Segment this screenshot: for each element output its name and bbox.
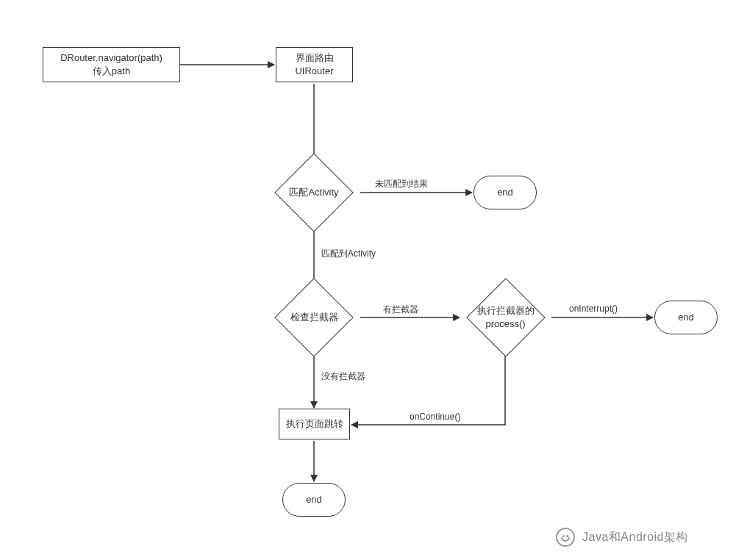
edge-matched: 匹配到Activity — [320, 248, 377, 260]
connectors-layer — [0, 0, 747, 560]
edge-has-interceptor: 有拦截器 — [382, 304, 420, 316]
node-exec-page-jump-label: 执行页面跳转 — [286, 417, 343, 431]
edge-no-match: 未匹配到结果 — [374, 178, 429, 190]
node-exec-interceptor-line1: 执行拦截器的 — [477, 304, 535, 317]
node-start-line2: 传入path — [93, 65, 130, 78]
node-uirouter-line1: 界面路由 — [296, 51, 334, 65]
node-exec-interceptor: 执行拦截器的 process() — [460, 288, 551, 347]
watermark-text: Java和Android架构 — [582, 530, 688, 545]
node-end-1-label: end — [497, 186, 513, 199]
node-end-3-label: end — [306, 493, 322, 506]
node-end-3: end — [282, 483, 346, 517]
node-end-1: end — [473, 176, 537, 209]
node-start-line1: DRouter.navigator(path) — [60, 51, 162, 65]
node-end-2-label: end — [678, 311, 694, 324]
edge-on-continue: onContinue() — [408, 412, 462, 422]
node-end-2: end — [654, 301, 718, 334]
flowchart-canvas: DRouter.navigator(path) 传入path 界面路由 UIRo… — [0, 0, 747, 560]
watermark: Java和Android架构 — [556, 528, 688, 547]
edge-on-interrupt: onInterrupt() — [568, 304, 619, 314]
node-match-activity: 匹配Activity — [268, 163, 360, 222]
node-exec-interceptor-line2: process() — [485, 317, 525, 331]
edge-no-interceptor: 没有拦截器 — [320, 370, 367, 383]
node-exec-page-jump: 执行页面跳转 — [279, 409, 350, 439]
node-check-interceptor-label: 检查拦截器 — [290, 311, 338, 324]
node-uirouter-line2: UIRouter — [295, 65, 333, 78]
node-start: DRouter.navigator(path) 传入path — [43, 47, 180, 82]
wechat-icon — [556, 528, 575, 547]
node-uirouter: 界面路由 UIRouter — [276, 47, 353, 82]
node-check-interceptor: 检查拦截器 — [268, 288, 360, 347]
node-match-activity-label: 匹配Activity — [289, 186, 338, 199]
